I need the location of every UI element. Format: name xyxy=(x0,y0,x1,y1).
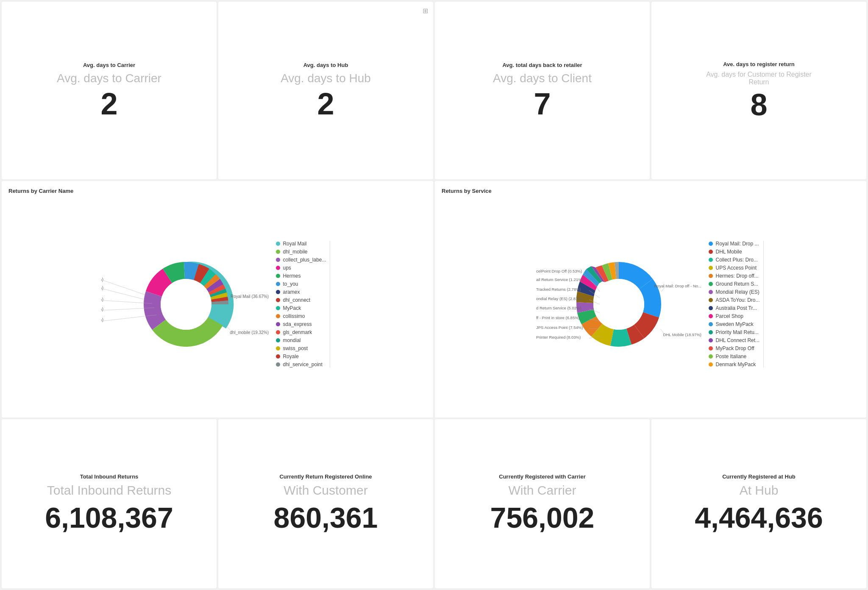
avg-days-hub-label: Avg. days to Hub xyxy=(281,72,371,85)
legend-svc-denmark: Denmark MyPack xyxy=(709,362,760,367)
legend-ups: ups xyxy=(276,265,326,271)
bottom-row: Total Inbound Returns Total Inbound Retu… xyxy=(2,419,866,588)
legend-dot-mypack xyxy=(276,306,280,310)
svc-label-dhl-mobile: DHL Mobile (18.97%) xyxy=(663,332,701,337)
legend-dot-ups xyxy=(276,266,280,270)
legend-dot-to-you xyxy=(276,282,280,286)
legend-aramex: aramex xyxy=(276,289,326,295)
carrier-label-hermes: Hermes (8.14%) xyxy=(101,297,103,302)
legend-dot-dhl-connect xyxy=(276,298,280,302)
service-legend: Royal Mail: Drop ... DHL Mobile Collect … xyxy=(704,241,763,367)
legend-dot-svc-denmark xyxy=(709,362,713,367)
avg-days-carrier-value: 2 xyxy=(100,89,117,119)
legend-dot-svc-ground xyxy=(709,282,713,286)
legend-to-you: to_you xyxy=(276,281,326,287)
carrier-label-dhl-connect: dhl_connect (2.83%) xyxy=(101,277,103,282)
legend-dot-svc-sweden xyxy=(709,322,713,326)
carrier-label-to-you: to_you (3.39%) xyxy=(101,286,103,290)
legend-svc-australia: Australia Post Tr... xyxy=(709,305,760,311)
legend-svc-mondial: Mondial Relay (ES) xyxy=(709,289,760,295)
return-registered-online-value: 860,361 xyxy=(274,501,378,534)
avg-days-retailer-label: Avg. days to Client xyxy=(493,72,592,85)
total-inbound-title: Total Inbound Returns xyxy=(80,473,139,480)
svg-point-0 xyxy=(161,279,211,330)
svc-label-mondial: ondial Relay (ES) (2.81%) xyxy=(536,296,583,301)
legend-svc-ground: Ground Return S... xyxy=(709,281,760,287)
service-donut-area: celPoint Drop Off (0.53%) ail Return Ser… xyxy=(534,237,704,372)
legend-dot-svc-hermes xyxy=(709,274,713,278)
legend-dot-svc-mypack-drop xyxy=(709,346,713,351)
legend-dhl-mobile: dhl_mobile xyxy=(276,249,326,255)
legend-collissimo: collissimo xyxy=(276,313,326,319)
legend-dot-svc-ups-access xyxy=(709,266,713,270)
legend-svc-collect-plus: Collect Plus: Dro... xyxy=(709,257,760,263)
svg-point-8 xyxy=(593,279,644,330)
carrier-label-ups: ups (8.71%) xyxy=(101,307,103,312)
legend-dot-svc-collect-plus xyxy=(709,258,713,262)
legend-dot-svc-poste xyxy=(709,354,713,359)
legend-svc-poste: Poste Italiane xyxy=(709,353,760,359)
svc-label-printer: Printer Required (8.03%) xyxy=(536,335,581,340)
legend-dot-svc-mondial xyxy=(709,290,713,294)
svc-label-collect: celPoint Drop Off (0.53%) xyxy=(536,269,582,273)
avg-days-register-value: 8 xyxy=(750,89,767,120)
carrier-chart-title: Returns by Carrier Name xyxy=(8,188,426,194)
legend-dot-svc-parcel-shop xyxy=(709,314,713,318)
svc-label-return-service: ail Return Service (1.21%) xyxy=(536,277,583,282)
carrier-donut-area: dhl_connect (2.83%) to_you (3.39%) Herme… xyxy=(101,237,271,372)
avg-days-retailer-card: Avg. total days back to retailer Avg. da… xyxy=(435,2,650,179)
legend-dot-royal-mail xyxy=(276,242,280,246)
legend-dot-svc-priority xyxy=(709,330,713,334)
svg-line-1 xyxy=(104,281,146,295)
carrier-donut-svg: dhl_connect (2.83%) to_you (3.39%) Herme… xyxy=(101,237,271,372)
legend-svc-parcel-shop: Parcel Shop xyxy=(709,313,760,319)
legend-dot-svc-dhl-mobile xyxy=(709,250,713,254)
total-inbound-value: 6,108,367 xyxy=(45,501,173,534)
legend-dot-aramex xyxy=(276,290,280,294)
grid-icon: ⊞ xyxy=(423,7,428,15)
legend-svc-asda: ASDA ToYou: Dro... xyxy=(709,297,760,303)
legend-dot-collect-plus xyxy=(276,258,280,262)
legend-mondial: mondial xyxy=(276,337,326,343)
total-inbound-card: Total Inbound Returns Total Inbound Retu… xyxy=(2,419,217,588)
svg-line-2 xyxy=(104,289,144,299)
legend-dot-dhl-mobile xyxy=(276,250,280,254)
legend-dot-svc-australia xyxy=(709,306,713,310)
registered-carrier-title: Currently Registered with Carrier xyxy=(499,473,585,480)
registered-hub-label: At Hub xyxy=(740,483,779,498)
service-chart-inner: celPoint Drop Off (0.53%) ail Return Ser… xyxy=(442,198,860,411)
legend-svc-mypack-drop: MyPack Drop Off xyxy=(709,345,760,351)
legend-svc-dhl-mobile: DHL Mobile xyxy=(709,249,760,255)
legend-gls-denmark: gls_denmark xyxy=(276,329,326,335)
avg-days-register-title: Ave. days to register return xyxy=(723,61,795,67)
legend-mypack: MyPack xyxy=(276,305,326,311)
legend-royal-mail: Royal Mail xyxy=(276,241,326,247)
legend-dot-swiss-post xyxy=(276,346,280,351)
registered-carrier-label: With Carrier xyxy=(508,483,576,498)
legend-svc-hermes: Hermes: Drop off... xyxy=(709,273,760,279)
legend-dot-svc-asda xyxy=(709,298,713,302)
carrier-chart-inner: dhl_connect (2.83%) to_you (3.39%) Herme… xyxy=(8,198,426,411)
legend-dot-sda-express xyxy=(276,322,280,326)
legend-svc-sweden: Sweden MyPack xyxy=(709,321,760,327)
return-registered-online-card: Currently Return Registered Online With … xyxy=(218,419,433,588)
legend-dot-collissimo xyxy=(276,314,280,318)
legend-dhl-service-point: dhl_service_point xyxy=(276,362,326,367)
legend-svc-ups-access: UPS Access Point xyxy=(709,265,760,271)
svc-label-ground: d Return Service (5.02%) xyxy=(536,306,581,310)
registered-carrier-value: 756,002 xyxy=(490,501,595,534)
avg-days-retailer-title: Avg. total days back to retailer xyxy=(502,62,582,68)
service-chart-title: Returns by Service xyxy=(442,188,860,194)
total-inbound-label: Total Inbound Returns xyxy=(47,483,172,498)
legend-swiss-post: swiss_post xyxy=(276,345,326,351)
legend-dot-mondial xyxy=(276,338,280,342)
svc-label-tracked: Tracked Returns (2.78%) xyxy=(536,287,581,292)
return-registered-online-label: With Customer xyxy=(284,483,367,498)
legend-svc-dhl-connect: DHL Connect Ret... xyxy=(709,337,760,343)
legend-royale: Royale xyxy=(276,353,326,359)
legend-dot-royale xyxy=(276,354,280,359)
svc-label-ups-access: JPS Access Point (7.54%) xyxy=(536,325,583,330)
registered-carrier-card: Currently Registered with Carrier With C… xyxy=(435,419,650,588)
svc-label-print: ff - Print in store (6.85%) xyxy=(536,315,580,320)
carrier-legend: Royal Mail dhl_mobile collect_plus_labe.… xyxy=(271,241,330,367)
